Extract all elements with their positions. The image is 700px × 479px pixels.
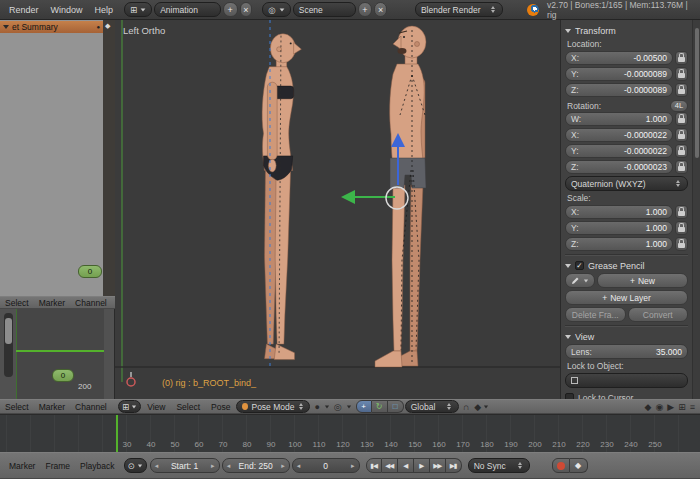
menu-channel[interactable]: Channel [70,402,112,412]
add-layout-button[interactable]: + [223,2,238,17]
render-opengl-icon[interactable]: ◉ [655,402,663,412]
scale-z-field[interactable]: Z:1.000 [565,237,673,251]
value-scrollbar[interactable] [4,313,13,377]
step-left-icon[interactable]: ◂ [297,462,301,470]
menu-marker[interactable]: Marker [4,461,40,471]
menu-window[interactable]: Window [46,5,88,15]
copy-layout-icon[interactable]: ⊞ [678,402,686,412]
lock-scale-y-button[interactable] [675,221,688,235]
next-keyframe-button[interactable]: ▶▶ [430,458,446,473]
scale-y-field[interactable]: Y:1.000 [565,221,673,235]
keying-set-button[interactable]: ◆ [570,458,588,473]
rotation-x-field[interactable]: X:-0.0000022 [565,128,673,142]
end-frame-field[interactable]: ◂ End: 250 ▸ [222,458,290,473]
rotation-w-field[interactable]: W:1.000 [565,112,673,126]
lens-field[interactable]: Lens: 35.000 [565,344,688,359]
gizmo-green-arrowhead[interactable] [341,190,355,204]
location-z-field[interactable]: Z:-0.0000089 [565,83,673,97]
screen-layout-field[interactable]: Animation [154,2,221,17]
step-left-icon[interactable]: ◂ [227,462,231,470]
lock-scale-x-button[interactable] [675,205,688,219]
menu-playback[interactable]: Playback [75,461,120,471]
lock-to-cursor-checkbox[interactable] [565,393,574,399]
sync-mode-select[interactable]: No Sync [468,458,530,473]
rotate-manipulator-button[interactable]: ↻ [372,400,388,413]
menu-render[interactable]: Render [4,5,44,15]
add-scene-button[interactable]: + [358,2,373,17]
viewport-shading-icon[interactable]: ● [311,402,322,412]
translate-manipulator-button[interactable]: + [356,400,372,413]
lock-rotation-x-button[interactable] [675,128,688,142]
transform-orientation-select[interactable]: Global [405,400,459,413]
new-layer-button[interactable]: + New Layer [565,290,688,305]
play-opengl-icon[interactable]: ▶ [667,402,674,412]
keyframe-strip[interactable]: ◆ [103,20,115,296]
delete-layout-button[interactable]: × [240,2,253,17]
convert-button[interactable]: Convert [628,307,689,322]
delete-frame-button[interactable]: Delete Fra... [565,307,626,322]
dopesheet-summary-channel[interactable]: et Summary ● [0,21,103,33]
lock-rotation-z-button[interactable] [675,160,688,174]
editor-type-button[interactable]: ⊞ [124,2,152,17]
menu-view[interactable]: View [142,402,170,412]
prev-keyframe-button[interactable]: ◀◀ [382,458,398,473]
mode-select[interactable]: Pose Mode [236,400,310,413]
scale-x-field[interactable]: X:1.000 [565,205,673,219]
view-panel-header[interactable]: View [565,329,688,344]
rotation-mode-select[interactable]: Quaternion (WXYZ) [565,176,688,191]
location-x-field[interactable]: X:-0.00500 [565,51,673,65]
jump-start-button[interactable]: ▮◀ [366,458,382,473]
timeline-ruler[interactable]: 3040506070809010011012013014015016017018… [0,414,700,452]
delete-scene-button[interactable]: × [374,2,387,17]
collapse-menus-icon[interactable]: ≡ [690,402,695,412]
summary-value-slider[interactable]: 0 [78,265,102,278]
lock-rotation-y-button[interactable] [675,144,688,158]
lock-rotation-w-button[interactable] [675,112,688,126]
rotation-z-field[interactable]: Z:-0.0000023 [565,160,673,174]
editor-type-button[interactable]: ⊙ [124,458,147,473]
scene-browse-button[interactable]: ◎ [262,2,290,17]
grease-pencil-checkbox[interactable]: ✓ [575,261,584,270]
lock-to-object-picker[interactable] [565,373,688,388]
render-engine-select[interactable]: Blender Render [415,2,503,17]
menu-marker[interactable]: Marker [34,402,70,412]
lock-location-y-button[interactable] [675,67,688,81]
play-button[interactable]: ▶ [414,458,430,473]
scene-field[interactable]: Scene [293,2,356,17]
female-figure[interactable] [262,34,301,360]
menu-select[interactable]: Select [171,402,205,412]
viewport-3d[interactable]: Left Ortho (0) rig : b_ROOT_bind_ [115,20,560,399]
current-frame-field[interactable]: ◂ 0 ▸ [292,458,360,473]
draw-mode-button[interactable] [565,273,595,288]
properties-scrollbar[interactable] [692,20,700,399]
scale-manipulator-button[interactable]: □ [388,400,404,413]
transform-panel-header[interactable]: Transform [565,23,688,38]
step-right-icon[interactable]: ▸ [211,462,215,470]
rotation-y-field[interactable]: Y:-0.0000022 [565,144,673,158]
jump-end-button[interactable]: ▶▮ [446,458,462,473]
location-y-field[interactable]: Y:-0.0000089 [565,67,673,81]
menu-help[interactable]: Help [90,5,119,15]
play-reverse-button[interactable]: ◀ [398,458,414,473]
fcurve-line[interactable] [16,350,104,352]
step-left-icon[interactable]: ◂ [155,462,159,470]
start-frame-field[interactable]: ◂ Start: 1 ▸ [150,458,220,473]
menu-pose[interactable]: Pose [206,402,235,412]
grease-pencil-new-button[interactable]: + New [597,273,688,288]
graph-frame-slider[interactable]: 0 [52,369,74,382]
menu-frame[interactable]: Frame [40,461,75,471]
lock-location-x-button[interactable] [675,51,688,65]
menu-select[interactable]: Select [0,402,34,412]
editor-type-button[interactable]: ⊞ [118,400,141,413]
lock-location-z-button[interactable] [675,83,688,97]
pivot-center-icon[interactable]: ◎ [331,402,345,412]
step-right-icon[interactable]: ▸ [281,462,285,470]
menu-channel[interactable]: Channel [70,298,112,308]
menu-select[interactable]: Select [0,298,34,308]
grease-pencil-panel-header[interactable]: ✓ Grease Pencil [565,258,688,273]
rotation-4l-button[interactable]: 4L [670,100,688,112]
current-frame-playhead[interactable] [116,415,118,453]
record-autokey-button[interactable] [552,458,570,473]
scrollbar-handle[interactable] [5,318,12,344]
lock-scale-z-button[interactable] [675,237,688,251]
